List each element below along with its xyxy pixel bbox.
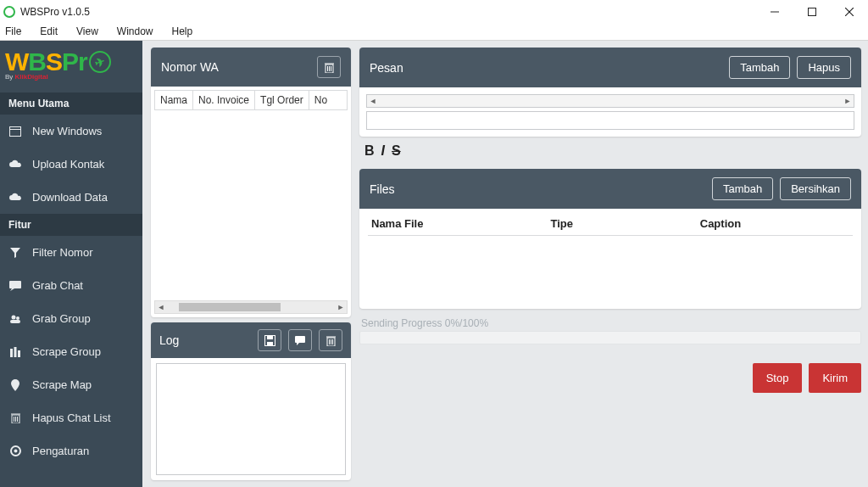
svg-rect-11 xyxy=(14,347,17,357)
strike-button[interactable]: S xyxy=(392,143,401,159)
titlebar: WBSPro v1.0.5 xyxy=(0,0,868,24)
menu-help[interactable]: Help xyxy=(169,24,197,40)
cloud-upload-icon xyxy=(8,160,22,170)
scroll-thumb[interactable] xyxy=(179,303,281,311)
scroll-right-icon[interactable]: ► xyxy=(842,97,854,105)
nav-label: Download Data xyxy=(32,191,108,204)
nav-label: Pengaturan xyxy=(32,445,89,457)
nav-label: Scrape Group xyxy=(32,345,101,358)
files-bersihkan-button[interactable]: Bersihkan xyxy=(780,177,851,200)
col-no[interactable]: No xyxy=(309,91,332,109)
nomor-wa-title: Nomor WA xyxy=(161,60,219,74)
col-tgl-order[interactable]: Tgl Order xyxy=(255,91,309,109)
maximize-button[interactable] xyxy=(793,0,831,24)
trash-icon xyxy=(8,412,22,423)
menu-file[interactable]: File xyxy=(2,24,25,40)
nomor-wa-scrollbar[interactable]: ◄ ► xyxy=(154,300,348,314)
scroll-right-icon[interactable]: ► xyxy=(335,303,347,311)
pesan-input[interactable] xyxy=(366,111,854,130)
cloud-download-icon xyxy=(8,193,22,203)
progress-area: Sending Progress 0%/100% xyxy=(359,316,861,344)
close-button[interactable] xyxy=(831,0,868,24)
nomor-wa-columns: Nama No. Invoice Tgl Order No xyxy=(154,90,348,110)
nav-download-data[interactable]: Download Data xyxy=(0,181,142,214)
svg-rect-27 xyxy=(267,336,273,339)
menu-window[interactable]: Window xyxy=(114,24,157,40)
scrape-group-icon xyxy=(8,347,22,357)
nav-label: Grab Chat xyxy=(32,279,83,292)
log-textarea[interactable] xyxy=(156,363,346,475)
svg-rect-1 xyxy=(809,8,816,16)
section-fitur: Fitur xyxy=(0,214,142,236)
svg-rect-4 xyxy=(10,126,21,136)
files-tambah-button[interactable]: Tambah xyxy=(712,177,773,200)
logo: WBSPr✈ By KlikDigital xyxy=(0,41,142,92)
scroll-left-icon[interactable]: ◄ xyxy=(155,303,167,311)
bold-button[interactable]: B xyxy=(364,143,375,159)
map-pin-icon xyxy=(8,379,22,391)
pesan-title: Pesan xyxy=(370,61,403,75)
minimize-button[interactable] xyxy=(756,0,793,24)
format-toolbar: B I S xyxy=(359,143,861,162)
col-caption: Caption xyxy=(700,217,849,230)
log-save-button[interactable] xyxy=(258,329,281,351)
nomor-wa-panel: Nomor WA Nama No. Invoice Tgl Order No ◄ xyxy=(151,48,351,317)
nav-scrape-map[interactable]: Scrape Map xyxy=(0,368,142,401)
svg-point-19 xyxy=(14,450,17,453)
files-columns: Nama File Tipe Caption xyxy=(359,209,861,235)
log-title: Log xyxy=(159,333,179,347)
svg-point-8 xyxy=(16,316,19,320)
window-icon xyxy=(8,126,22,137)
nav-pengaturan[interactable]: Pengaturan xyxy=(0,434,142,467)
files-title: Files xyxy=(370,182,395,196)
menubar: File Edit View Window Help xyxy=(0,24,868,41)
italic-button[interactable]: I xyxy=(381,143,385,159)
logo-sub-brand: KlikDigital xyxy=(15,73,48,81)
stop-button[interactable]: Stop xyxy=(753,363,803,393)
col-nama-file: Nama File xyxy=(371,217,551,230)
logo-sub-prefix: By xyxy=(5,73,15,81)
gear-icon xyxy=(8,445,22,456)
nav-new-windows[interactable]: New Windows xyxy=(0,115,142,148)
svg-rect-10 xyxy=(10,349,13,357)
section-menu-utama: Menu Utama xyxy=(0,92,142,115)
col-no-invoice[interactable]: No. Invoice xyxy=(193,91,255,109)
files-panel: Files Tambah Bersihkan Nama File Tipe Ca… xyxy=(359,169,861,309)
svg-rect-6 xyxy=(9,281,21,288)
nav-label: Filter Nomor xyxy=(32,246,93,259)
menu-view[interactable]: View xyxy=(73,24,102,40)
nomor-wa-delete-button[interactable] xyxy=(317,56,341,78)
sidebar: WBSPr✈ By KlikDigital Menu Utama New Win… xyxy=(0,41,142,487)
nav-label: Scrape Map xyxy=(32,378,92,391)
col-nama[interactable]: Nama xyxy=(155,91,193,109)
nav-grab-chat[interactable]: Grab Chat xyxy=(0,269,142,302)
chat-icon xyxy=(8,281,22,291)
pesan-tabs-scrollbar[interactable]: ◄ ► xyxy=(366,94,854,108)
pesan-hapus-button[interactable]: Hapus xyxy=(797,56,851,79)
nav-label: Hapus Chat List xyxy=(32,411,111,424)
nav-label: New Windows xyxy=(32,125,102,137)
menu-edit[interactable]: Edit xyxy=(36,24,61,40)
progress-text: Sending Progress 0%/100% xyxy=(359,316,861,331)
nav-filter-nomor[interactable]: Filter Nomor xyxy=(0,236,142,269)
nav-hapus-chat-list[interactable]: Hapus Chat List xyxy=(0,401,142,434)
pesan-tambah-button[interactable]: Tambah xyxy=(729,56,790,79)
log-panel: Log xyxy=(151,322,351,480)
group-icon xyxy=(8,314,22,324)
files-body xyxy=(359,236,861,309)
nav-upload-kontak[interactable]: Upload Kontak xyxy=(0,148,142,181)
svg-rect-9 xyxy=(10,320,20,323)
log-chat-button[interactable] xyxy=(288,329,312,351)
nav-grab-group[interactable]: Grab Group xyxy=(0,302,142,335)
app-icon xyxy=(3,6,15,18)
nav-label: Grab Group xyxy=(32,312,91,325)
svg-point-7 xyxy=(12,315,16,319)
scroll-left-icon[interactable]: ◄ xyxy=(367,97,379,105)
log-clear-button[interactable] xyxy=(319,329,342,351)
kirim-button[interactable]: Kirim xyxy=(809,363,861,393)
nav-label: Upload Kontak xyxy=(32,158,104,171)
progress-bar xyxy=(359,331,861,344)
nav-scrape-group[interactable]: Scrape Group xyxy=(0,335,142,368)
window-title: WBSPro v1.0.5 xyxy=(20,6,90,18)
svg-rect-12 xyxy=(18,350,20,357)
